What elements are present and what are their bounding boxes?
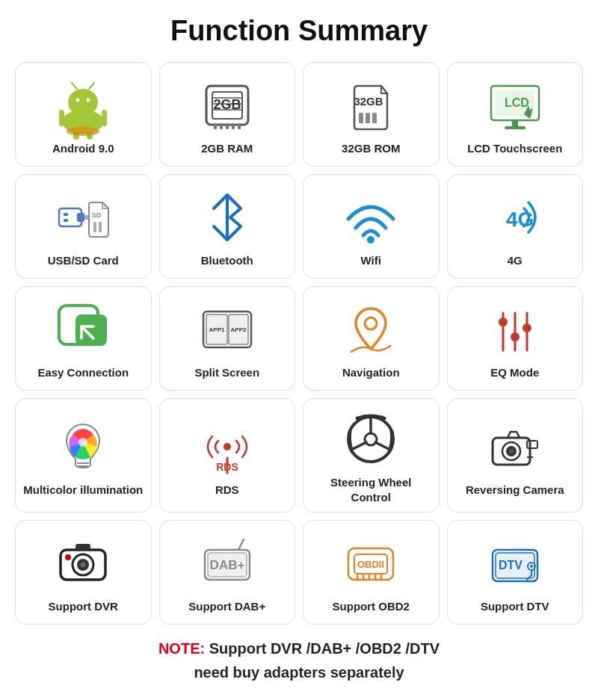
bluetooth-icon bbox=[197, 188, 257, 247]
rds-label: RDS bbox=[215, 483, 239, 498]
cell-wifi: Wifi bbox=[303, 174, 440, 279]
svg-rect-20 bbox=[226, 123, 229, 129]
rom-icon: 32GB bbox=[341, 75, 401, 135]
svg-point-57 bbox=[78, 438, 87, 447]
svg-rect-37 bbox=[93, 222, 96, 232]
obd2-label: Support OBD2 bbox=[333, 599, 410, 614]
steering-icon bbox=[341, 409, 401, 469]
multicolor-icon bbox=[53, 417, 113, 477]
svg-point-54 bbox=[511, 332, 520, 341]
nav-label: Navigation bbox=[342, 365, 400, 380]
wifi-icon bbox=[341, 188, 401, 247]
note-line2: need buy adapters separately bbox=[194, 664, 404, 681]
wifi-label: Wifi bbox=[361, 253, 381, 268]
svg-rect-79 bbox=[75, 544, 90, 550]
svg-rect-36 bbox=[64, 219, 68, 222]
cell-ram: 2GB 2GB RAM bbox=[159, 62, 296, 167]
dvr-label: Support DVR bbox=[49, 599, 118, 614]
cell-dvr: Support DVR bbox=[15, 520, 152, 625]
cell-eq: EQ Mode bbox=[447, 286, 584, 391]
svg-point-97 bbox=[530, 565, 533, 568]
cell-steering: Steering Wheel Control bbox=[303, 398, 440, 512]
feature-grid: Android 9.0 2GB bbox=[15, 62, 583, 625]
cell-dab: DAB+ Support DAB+ bbox=[159, 520, 296, 625]
split-icon: APP1 APP2 bbox=[197, 300, 257, 359]
usb-label: USB/SD Card bbox=[48, 253, 119, 268]
note-section: NOTE: Support DVR /DAB+ /OBD2 /DTV need … bbox=[15, 636, 583, 684]
svg-text:32GB: 32GB bbox=[354, 95, 383, 108]
svg-text:DTV: DTV bbox=[499, 559, 523, 572]
usb-icon: SD bbox=[53, 188, 113, 247]
easyconn-icon bbox=[53, 300, 113, 359]
note-label: NOTE: bbox=[158, 640, 205, 657]
rds-icon: RDS bbox=[197, 417, 257, 477]
ram-icon: 2GB bbox=[197, 75, 257, 135]
revcam-icon bbox=[485, 417, 545, 477]
cell-multicolor: Multicolor illumination bbox=[15, 398, 152, 512]
android-label: Android 9.0 bbox=[52, 141, 114, 156]
cell-usb: SD USB/SD Card bbox=[15, 174, 152, 279]
svg-text:RDS: RDS bbox=[216, 461, 238, 473]
svg-rect-24 bbox=[366, 113, 370, 123]
cell-dtv: DTV Support DTV bbox=[447, 520, 584, 625]
eq-label: EQ Mode bbox=[490, 365, 539, 380]
svg-text:APP2: APP2 bbox=[230, 326, 246, 333]
svg-text:OBDII: OBDII bbox=[357, 559, 384, 570]
svg-rect-31 bbox=[505, 126, 525, 129]
cell-lcd: LCD LCD Touchscreen bbox=[447, 62, 584, 167]
lcd-label: LCD Touchscreen bbox=[467, 141, 562, 156]
svg-text:2GB: 2GB bbox=[213, 97, 241, 112]
cell-bluetooth: Bluetooth bbox=[159, 174, 296, 279]
svg-rect-35 bbox=[64, 213, 68, 216]
svg-line-84 bbox=[238, 539, 244, 550]
cell-android: Android 9.0 bbox=[15, 62, 152, 167]
multicolor-label: Multicolor illumination bbox=[23, 483, 143, 498]
svg-point-78 bbox=[81, 563, 86, 568]
svg-rect-33 bbox=[77, 213, 84, 222]
svg-rect-23 bbox=[359, 113, 363, 123]
ram-label: 2GB RAM bbox=[201, 141, 253, 156]
svg-line-5 bbox=[89, 83, 94, 89]
cell-nav: Navigation bbox=[303, 286, 440, 391]
svg-line-66 bbox=[351, 442, 366, 450]
cell-revcam: Reversing Camera bbox=[447, 398, 584, 512]
page-title: Function Summary bbox=[15, 15, 583, 47]
cell-split: APP1 APP2 Split Screen bbox=[159, 286, 296, 391]
4g-label: 4G bbox=[508, 253, 523, 268]
svg-text:LCD: LCD bbox=[505, 96, 529, 109]
svg-point-2 bbox=[76, 99, 80, 102]
cell-rom: 32GB 32GB ROM bbox=[303, 62, 440, 167]
svg-rect-7 bbox=[102, 110, 107, 126]
svg-point-80 bbox=[65, 554, 71, 560]
svg-rect-21 bbox=[232, 123, 235, 129]
cell-4g: 4G 4G bbox=[447, 174, 584, 279]
revcam-label: Reversing Camera bbox=[466, 483, 564, 498]
svg-rect-25 bbox=[372, 113, 377, 123]
svg-point-61 bbox=[224, 443, 231, 450]
svg-rect-38 bbox=[99, 222, 102, 232]
easyconn-label: Easy Connection bbox=[37, 365, 129, 380]
svg-line-4 bbox=[72, 83, 77, 89]
svg-text:4G: 4G bbox=[506, 208, 534, 231]
4g-icon: 4G bbox=[485, 188, 545, 247]
svg-point-3 bbox=[87, 99, 90, 102]
svg-point-56 bbox=[523, 323, 531, 332]
svg-point-71 bbox=[509, 449, 514, 453]
svg-rect-6 bbox=[59, 110, 64, 126]
svg-text:APP1: APP1 bbox=[209, 326, 224, 333]
svg-point-40 bbox=[367, 236, 374, 244]
svg-line-67 bbox=[375, 442, 390, 450]
nav-icon bbox=[341, 300, 401, 359]
rom-label: 32GB ROM bbox=[342, 141, 400, 156]
lcd-icon: LCD bbox=[485, 75, 545, 135]
dtv-icon: DTV bbox=[485, 533, 545, 593]
svg-rect-22 bbox=[238, 123, 241, 129]
split-label: Split Screen bbox=[194, 365, 259, 380]
dvr-icon bbox=[53, 533, 113, 593]
cell-easyconn: Easy Connection bbox=[15, 286, 152, 391]
cell-rds: RDS RDS bbox=[159, 398, 296, 512]
dtv-label: Support DTV bbox=[481, 599, 549, 614]
svg-rect-19 bbox=[220, 123, 223, 129]
svg-rect-30 bbox=[512, 120, 518, 126]
svg-point-52 bbox=[499, 318, 508, 326]
